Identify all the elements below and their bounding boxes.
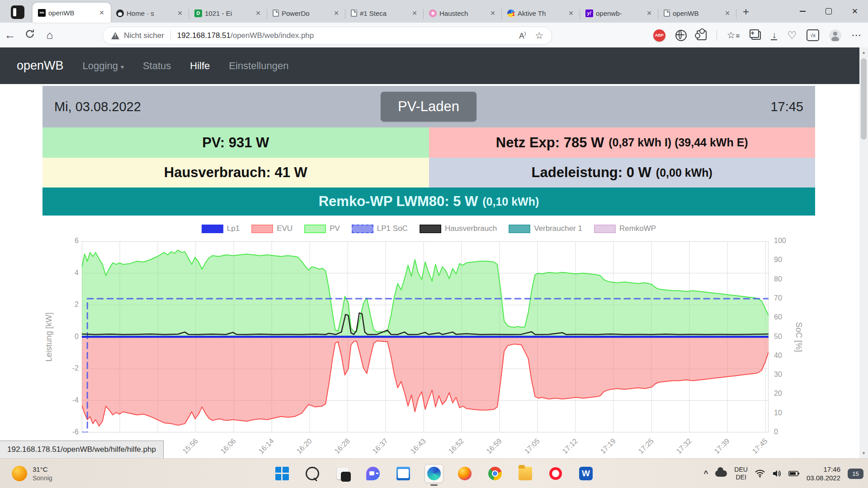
power-chart[interactable] [82,241,769,432]
power-row-1: PV: 931 W Netz Exp: 785 W (0,87 kWh I) (… [42,127,815,158]
tabs-container: WBopenWB×Home · s×D1021 - Ei×PowerDo×#1 … [33,3,736,23]
taskbar-app-edge[interactable] [425,464,443,483]
close-button[interactable]: × [842,0,868,23]
scroll-up-icon[interactable]: ▲ [859,50,868,55]
network-icon[interactable] [755,469,765,478]
taskbar-app-opera[interactable] [547,465,565,483]
charge-power-tile: Ladeleistung: 0 W (0,00 kWh) [429,158,816,188]
more-menu-icon[interactable]: ⋯ [851,29,862,41]
back-button[interactable]: ← [0,28,20,42]
favorites-bar-icon[interactable]: ☆ [727,30,740,41]
nav-item-logging[interactable]: Logging▾ [83,60,124,72]
legend-item-remkowp: RemkoWP [594,224,656,233]
status-header-row: Mi, 03.08.2022 PV-Laden 17:45 [42,86,815,127]
url-host[interactable]: 192.168.178.51 [177,31,231,40]
taskbar-app-chat[interactable] [364,465,382,483]
tab-close-icon[interactable]: × [488,9,497,18]
add-favorite-icon[interactable]: ☆ [535,30,543,41]
browser-essentials-icon[interactable]: ♡ [787,29,797,42]
taskbar-app-folder[interactable] [516,465,534,483]
taskbar-app-search[interactable] [303,465,321,483]
legend-swatch [352,225,373,233]
browser-tab[interactable]: D1021 - Ei× [189,4,267,23]
downloads-icon[interactable]: ↓ [771,30,777,40]
browser-tab[interactable]: PowerDo× [267,4,345,23]
maximize-button[interactable] [816,0,842,23]
tab-close-icon[interactable]: × [332,9,341,18]
taskbar-app-word[interactable]: W [577,465,595,483]
browser-tab[interactable]: WBopenWB× [33,3,111,23]
y-axis-left-tick: 2 [56,300,79,309]
firefox-icon [458,467,472,480]
tab-title: openwb- [596,9,642,17]
address-divider [170,31,171,41]
scroll-down-icon[interactable]: ▼ [859,451,868,455]
tray-date: 03.08.2022 [807,474,840,482]
taskbar-app-taskview[interactable] [334,465,352,483]
volume-icon[interactable] [772,469,781,478]
nav-item-status[interactable]: Status [143,60,171,72]
workspaces-icon[interactable] [11,5,24,19]
taskbar-clock[interactable]: 17:46 03.08.2022 [807,465,840,483]
dropdown-caret-icon: ▾ [121,63,124,70]
y-axis-right-tick: 60 [774,313,797,321]
extensions-puzzle-icon[interactable] [697,30,707,40]
taskbar-app-firefox[interactable] [456,465,474,483]
browser-tab[interactable]: #1 Steca× [345,4,424,23]
tab-title: #1 Steca [360,9,407,17]
tab-close-icon[interactable]: × [566,9,576,18]
adblock-extension-icon[interactable]: ABP [653,29,665,42]
tab-title: Home · s [127,9,173,17]
page-favicon-icon [351,9,357,17]
profile-avatar[interactable] [829,29,841,42]
home-button[interactable]: ⌂ [40,28,60,42]
minimize-button[interactable] [789,0,816,23]
page-scrollbar[interactable]: ▲ ▼ [859,47,868,458]
collections-icon[interactable] [751,31,761,40]
browser-tab[interactable]: openWB× [658,4,736,23]
browser-tab[interactable]: Haustech× [424,4,502,23]
taskview-icon [337,468,349,479]
taskbar-app-chrome[interactable] [486,465,504,483]
charge-mode-button[interactable]: PV-Laden [381,92,476,122]
pv-tile: PV: 931 W [42,127,429,158]
legend-swatch [594,225,616,233]
browser-tab[interactable]: Home · s× [111,4,189,23]
new-tab-button[interactable]: + [743,5,749,18]
onedrive-cloud-icon[interactable] [715,470,727,477]
scrollbar-thumb[interactable] [861,58,867,140]
tab-close-icon[interactable]: × [645,9,654,18]
tab-close-icon[interactable]: × [254,9,263,18]
read-aloud-icon[interactable]: A) [519,31,526,41]
tab-close-icon[interactable]: × [410,9,419,18]
app-brand[interactable]: openWB [17,59,64,73]
nav-item-einstellungen[interactable]: Einstellungen [229,60,288,72]
y-axis-right-tick: 40 [774,352,797,360]
taskbar-app-start[interactable] [273,465,291,483]
grid-tile: Netz Exp: 785 W (0,87 kWh I) (39,44 kWh … [429,127,816,158]
tab-close-icon[interactable]: × [175,9,184,18]
language-indicator[interactable]: DEUDEI [734,466,748,482]
privacy-globe-icon[interactable] [675,30,687,41]
tab-close-icon[interactable]: × [723,9,732,18]
legend-label: Verbraucher 1 [534,224,582,233]
tray-chevron-icon[interactable]: ^ [703,469,708,478]
reload-button[interactable] [20,28,40,42]
math-solver-icon[interactable]: √x [807,29,819,41]
browser-tab[interactable]: 1Aktive Th× [502,4,580,23]
power-row-2: Hausverbrauch: 41 W Ladeleistung: 0 W (0… [42,158,815,188]
browser-toolbar: ← ⌂ Nicht sicher 192.168.178.51 /openWB/… [0,23,868,48]
pv-value: PV: 931 W [202,135,269,151]
browser-tab[interactable]: y!openwb-× [580,4,658,23]
nav-item-hilfe[interactable]: Hilfe [190,60,210,72]
security-label[interactable]: Nicht sicher [124,31,164,40]
word-icon: W [579,467,593,480]
address-bar[interactable]: Nicht sicher 192.168.178.51 /openWB/web/… [103,27,552,45]
battery-icon[interactable] [788,470,799,477]
notification-count-badge[interactable]: 15 [848,469,863,479]
flower-favicon-icon [429,9,437,17]
tab-close-icon[interactable]: × [97,8,106,18]
taskbar-app-mail[interactable] [394,465,412,483]
url-path[interactable]: /openWB/web/index.php [231,31,314,40]
tab-title: Aktive Th [518,9,564,17]
